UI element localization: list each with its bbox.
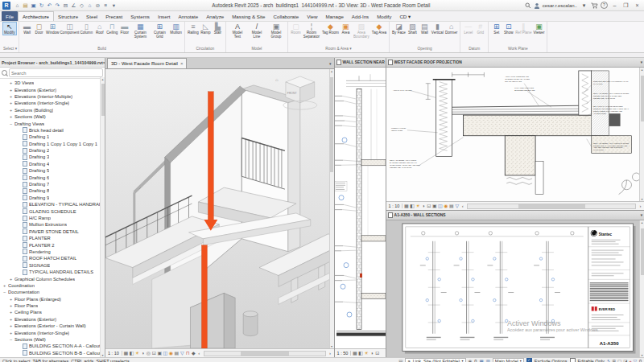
- temporary-view-properties-icon[interactable]: ▤: [174, 350, 180, 357]
- browser-tree-item[interactable]: Drafting 4: [0, 161, 105, 167]
- tree-expand-glyph[interactable]: +: [9, 88, 13, 93]
- ribbon-group-label[interactable]: Model: [228, 46, 286, 52]
- tree-expand-glyph[interactable]: +: [9, 317, 13, 322]
- room-separator[interactable]: ¦Room Separator: [302, 23, 321, 39]
- roof-canvas[interactable]: ACM CAP FLASHING MINERAL WOOL INSULATION…: [386, 68, 644, 201]
- ribbon-group-label[interactable]: Work Plane: [490, 46, 545, 52]
- tree-expand-glyph[interactable]: +: [9, 323, 13, 328]
- shadows-icon[interactable]: ◑: [420, 203, 426, 210]
- shadows-icon[interactable]: ◑: [140, 350, 146, 357]
- crop-view-icon[interactable]: ⊡: [151, 350, 157, 357]
- visual-style-icon[interactable]: ◧: [129, 350, 134, 357]
- viewer[interactable]: ▣Viewer: [532, 23, 545, 35]
- user-avatar-icon[interactable]: [534, 2, 540, 9]
- ribbon-tab[interactable]: Collaborate: [270, 11, 303, 21]
- close-button[interactable]: ×: [633, 2, 642, 8]
- browser-tree-item[interactable]: GLAZING SCHEDULE: [0, 208, 105, 214]
- tree-expand-glyph[interactable]: +: [2, 283, 6, 288]
- panel-menu-caret[interactable]: ▾: [641, 213, 642, 217]
- room[interactable]: ▢Room: [290, 23, 302, 35]
- sync-icon[interactable]: ↻: [38, 1, 45, 10]
- scroll-right-icon[interactable]: ›: [328, 351, 332, 356]
- reveal-hidden-icon[interactable]: ◉: [168, 350, 174, 357]
- mullion[interactable]: ▥Mullion: [169, 23, 183, 35]
- ribbon-tab[interactable]: View: [303, 11, 321, 21]
- curtain-grid[interactable]: ⊞Curtain Grid: [150, 23, 169, 39]
- cart-icon[interactable]: [591, 2, 598, 9]
- ribbon-group-label[interactable]: Build: [21, 46, 183, 52]
- horizontal-scrollbar[interactable]: [467, 204, 636, 209]
- browser-tree-item[interactable]: −Documentation: [0, 289, 105, 295]
- username[interactable]: cesar.r.escalan..: [543, 3, 577, 8]
- browser-tree-item[interactable]: SIGNAGE: [0, 262, 105, 269]
- filter-icon[interactable]: ▽: [634, 359, 637, 362]
- browser-tree-item[interactable]: +3D Views: [0, 80, 105, 86]
- editable-only-checkbox[interactable]: [570, 358, 576, 362]
- panel-menu-caret[interactable]: ▾: [641, 60, 642, 64]
- print-icon[interactable]: ⊟: [62, 1, 69, 10]
- ref-plane[interactable]: ∥Ref Plane: [514, 23, 532, 35]
- level[interactable]: ―Level: [462, 23, 474, 35]
- ribbon-group-label[interactable]: Select ▾: [3, 46, 17, 52]
- floor[interactable]: ▬Floor: [118, 23, 130, 35]
- redo-icon[interactable]: ↷: [54, 1, 61, 10]
- worksharing-display-icon[interactable]: ◆: [191, 350, 196, 357]
- thin-lines-icon[interactable]: ≡: [102, 1, 109, 10]
- browser-tree-item[interactable]: ROOF HATCH DETAIL: [0, 255, 105, 261]
- crop-view-icon[interactable]: ⊡: [426, 203, 431, 210]
- dormer[interactable]: ⌂Dormer: [444, 23, 458, 35]
- ribbon-tab[interactable]: Insert: [154, 11, 174, 21]
- active-workset-select[interactable]: a_Link_Site (Not Editable)▾: [405, 358, 465, 362]
- wall-section-panel-header[interactable]: WALL SECTION NEAR GRIDLINE D ▾: [335, 58, 386, 68]
- browser-tree-item[interactable]: Drafting 3: [0, 154, 105, 160]
- tree-expand-glyph[interactable]: +: [9, 310, 13, 315]
- browser-tree-item[interactable]: +Ceiling Plans: [0, 309, 105, 315]
- show-work-plane[interactable]: ⊡Show: [502, 23, 514, 35]
- restore-button[interactable]: ❐: [621, 2, 630, 9]
- tag-area[interactable]: ◆Tag Area: [371, 23, 387, 35]
- constraints-icon[interactable]: ⊓: [185, 350, 191, 357]
- worksharing-icon[interactable]: ▦: [479, 359, 483, 362]
- browser-tree-item[interactable]: Drafting 5: [0, 167, 105, 174]
- main-3d-canvas[interactable]: ⌂ FRONT ▴▾: [105, 69, 334, 348]
- browser-tree-item[interactable]: −Drafting Views: [0, 120, 105, 126]
- shaft[interactable]: ▨Shaft: [407, 23, 419, 35]
- browser-tree-item[interactable]: Drafting 1: [0, 134, 105, 140]
- show-crop-icon[interactable]: ▣: [431, 203, 437, 210]
- exclude-options-checkbox[interactable]: [526, 358, 532, 362]
- browser-tree-item[interactable]: BUILDING SECTION B-B - Callout: [0, 350, 105, 356]
- detail-level-icon[interactable]: ▦: [352, 350, 357, 357]
- browser-tree-item[interactable]: Brick head detail: [0, 127, 105, 134]
- viewcube-home-icon[interactable]: ⌂: [275, 77, 279, 82]
- modify[interactable]: ↖Modify: [3, 23, 16, 35]
- revit-logo[interactable]: R: [2, 2, 10, 10]
- ribbon-tab[interactable]: Structure: [54, 11, 82, 21]
- roof[interactable]: ⌂Roof: [93, 23, 105, 35]
- design-options-icon[interactable]: ▥: [486, 359, 490, 362]
- detail-level-icon[interactable]: ▦: [123, 350, 129, 357]
- crop-view-icon[interactable]: ⊡: [374, 350, 380, 357]
- browser-tree-item[interactable]: BUILDING SECTION A-A - Callout: [0, 343, 105, 349]
- browser-tree-item[interactable]: Drafting 7: [0, 181, 105, 187]
- tag-icon[interactable]: ◇: [78, 1, 85, 10]
- stair[interactable]: ▙Stair: [212, 23, 224, 35]
- browser-tree-item[interactable]: Drafting 6: [0, 174, 105, 180]
- tree-expand-glyph[interactable]: +: [9, 303, 13, 308]
- temporary-view-properties-icon[interactable]: ▤: [448, 203, 454, 210]
- area-boundary[interactable]: ▨Area Boundary: [352, 23, 371, 39]
- ribbon-tab[interactable]: Annotate: [174, 11, 202, 21]
- ribbon-tab[interactable]: Analyze: [202, 11, 228, 21]
- tag-room[interactable]: ◆Tag Room: [321, 23, 340, 35]
- model-group[interactable]: ▣Model Group: [266, 23, 286, 39]
- browser-tree-item[interactable]: TYPICAL HANDRAIL DETAILS: [0, 269, 105, 275]
- tree-expand-glyph[interactable]: +: [9, 108, 13, 113]
- view-tab-close-icon[interactable]: ×: [180, 61, 184, 66]
- home-icon[interactable]: ⌂: [14, 1, 21, 10]
- ribbon-group-label[interactable]: Datum: [462, 46, 486, 52]
- browser-search-input[interactable]: [9, 68, 103, 77]
- browser-tree-item[interactable]: +Sections (Wall): [0, 113, 105, 120]
- measure-icon[interactable]: ∠: [70, 1, 77, 10]
- wall-opening[interactable]: ▤Wall: [419, 23, 431, 35]
- ribbon-group-label[interactable]: Opening: [391, 46, 458, 52]
- browser-tree-item[interactable]: +Floor Plans (Enlarged): [0, 296, 105, 302]
